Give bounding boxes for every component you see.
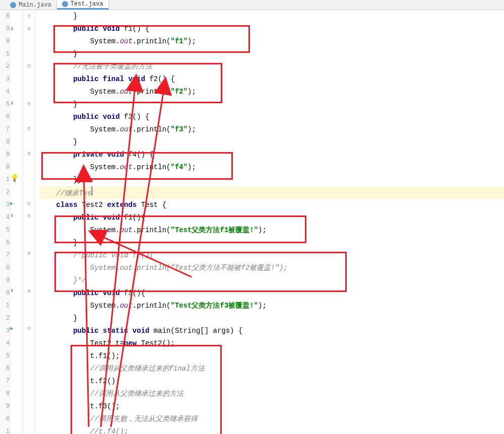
gutter-run[interactable]: ▶ (10, 197, 23, 209)
gutter-empty[interactable] (10, 10, 23, 23)
fold-toggle[interactable] (23, 272, 35, 285)
code-line: } (39, 10, 504, 23)
gutter-empty[interactable] (10, 397, 23, 409)
fold-toggle[interactable] (23, 173, 35, 185)
line-number: 9 (0, 149, 10, 161)
gutter-empty[interactable] (10, 409, 23, 422)
code-line: //t.f4(); (39, 425, 504, 434)
line-number: 6 (0, 363, 10, 375)
line-number: 9 (0, 23, 10, 35)
gutter-empty[interactable] (10, 110, 23, 122)
fold-toggle[interactable] (23, 35, 35, 48)
run-icon: ▶ (10, 326, 13, 331)
gutter-empty[interactable] (10, 272, 23, 284)
code-line: System.out.println("Test父类方法f1被覆盖!"); (39, 224, 504, 237)
fold-toggle[interactable]: ⊟ (23, 197, 35, 210)
line-number: 0 (0, 287, 10, 300)
gutter-empty[interactable] (10, 235, 23, 247)
code-line: System.out.println("f1"); (39, 35, 504, 48)
gutter-empty[interactable] (10, 384, 23, 397)
gutter-empty[interactable] (10, 310, 23, 322)
gutter-empty[interactable] (10, 260, 23, 272)
code-area[interactable]: } public void f1() { System.out.println(… (35, 10, 504, 434)
tab-main[interactable]: Main.java (5, 0, 57, 10)
gutter-implemented[interactable]: ⬇ (10, 23, 23, 35)
fold-toggle[interactable]: ⊞ (23, 285, 35, 298)
gutter-empty[interactable] (10, 147, 23, 160)
gutter-empty[interactable] (10, 334, 23, 347)
gutter-empty[interactable] (10, 372, 23, 384)
fold-toggle[interactable] (23, 73, 35, 85)
line-number: 8 (0, 262, 10, 274)
code-line: } (39, 237, 504, 249)
line-number: 3 (0, 199, 10, 211)
gutter-implemented[interactable]: ⬇ (10, 97, 23, 110)
fold-toggle[interactable] (23, 372, 35, 385)
gutter-empty[interactable] (10, 85, 23, 98)
gutter-empty[interactable] (10, 185, 23, 197)
gutter-run[interactable]: ▶ (10, 322, 23, 334)
gutter-empty[interactable] (10, 160, 23, 172)
gutter-empty[interactable] (10, 47, 23, 60)
fold-toggle[interactable] (23, 235, 35, 248)
tab-label: Main.java (19, 2, 51, 9)
line-number: 5 (0, 98, 10, 111)
line-number: 8 (0, 388, 10, 400)
gutter-empty[interactable] (10, 73, 23, 85)
fold-toggle[interactable] (23, 185, 35, 197)
gutter-empty[interactable] (10, 135, 23, 148)
fold-toggle[interactable]: ⊟ (23, 322, 35, 335)
code-line: } (39, 136, 504, 149)
fold-toggle[interactable]: ⊟ (23, 10, 35, 23)
gutter-intention[interactable]: 💡 (10, 172, 23, 185)
fold-toggle[interactable] (23, 135, 35, 148)
line-number: 0 (0, 413, 10, 425)
gutter-empty[interactable] (10, 297, 23, 310)
java-icon (62, 1, 68, 7)
fold-toggle[interactable] (23, 384, 35, 397)
fold-toggle[interactable] (23, 85, 35, 98)
fold-toggle[interactable] (23, 160, 35, 173)
gutter-empty[interactable] (10, 347, 23, 359)
gutter-empty[interactable] (10, 222, 23, 235)
line-number: 2 (0, 60, 10, 73)
fold-toggle[interactable] (23, 223, 35, 235)
tab-test[interactable]: Test.java (57, 0, 109, 10)
fold-toggle[interactable] (23, 298, 35, 310)
fold-toggle[interactable]: ⊟ (23, 98, 35, 110)
gutter-empty[interactable] (10, 247, 23, 260)
fold-toggle[interactable] (23, 359, 35, 372)
line-number: 1 (0, 300, 10, 312)
gutter-override[interactable]: ⬆ (10, 284, 23, 297)
gutter-empty[interactable] (10, 35, 23, 48)
implemented-icon: ⬇ (10, 100, 14, 107)
gutter-empty[interactable] (10, 359, 23, 372)
code-line: t.f1(); (39, 350, 504, 363)
fold-gutter: ⊟⊞⊟⊟⊟⊞⊟⊞⊞⊞⊟ (23, 10, 35, 434)
fold-toggle[interactable] (23, 421, 35, 434)
fold-toggle[interactable] (23, 110, 35, 123)
override-icon: ⬆ (10, 212, 14, 220)
gutter-empty[interactable] (10, 421, 23, 434)
fold-toggle[interactable] (23, 48, 35, 60)
fold-toggle[interactable]: ⊟ (23, 60, 35, 73)
code-line: public final void f2() { (39, 73, 504, 86)
line-number: 4 (0, 86, 10, 98)
code-line: public void f3() { (39, 111, 504, 123)
fold-toggle[interactable] (23, 260, 35, 272)
fold-toggle[interactable]: ⊞ (23, 148, 35, 160)
gutter-override[interactable]: ⬆ (10, 209, 23, 222)
code-line: } (39, 98, 504, 111)
fold-toggle[interactable]: ⊞ (23, 210, 35, 223)
fold-toggle[interactable] (23, 347, 35, 360)
fold-toggle[interactable] (23, 397, 35, 409)
fold-toggle[interactable]: ⊟ (23, 122, 35, 135)
fold-toggle[interactable] (23, 335, 35, 347)
fold-toggle[interactable]: ⊞ (23, 247, 35, 260)
fold-toggle[interactable]: ⊞ (23, 23, 35, 35)
fold-toggle[interactable] (23, 310, 35, 322)
gutter-empty[interactable] (10, 60, 23, 73)
tab-bar: Main.java Test.java (0, 0, 504, 10)
gutter-empty[interactable] (10, 122, 23, 135)
fold-toggle[interactable] (23, 409, 35, 422)
